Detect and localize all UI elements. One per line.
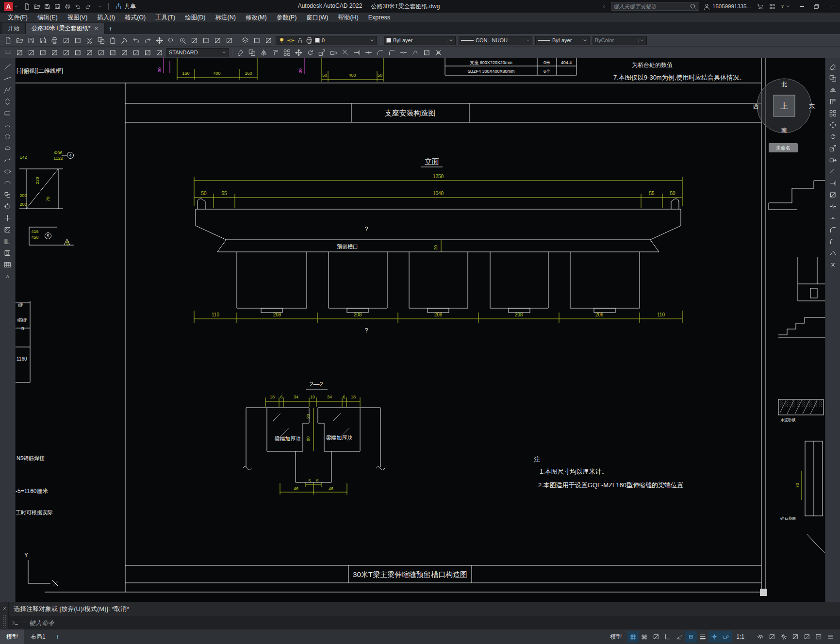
dim-angular-button[interactable]: [72, 48, 83, 58]
offset-button[interactable]: [826, 96, 839, 107]
collapse-search-button[interactable]: [599, 1, 609, 11]
revision-cloud-button[interactable]: [1, 143, 14, 153]
trim-button[interactable]: [826, 166, 839, 177]
gradient-button[interactable]: [1, 236, 14, 247]
explode-button[interactable]: [432, 48, 444, 58]
stretch-button[interactable]: [826, 154, 839, 165]
ellipse-arc-button[interactable]: [1, 178, 14, 188]
undo-button[interactable]: [73, 1, 83, 11]
new-button[interactable]: [2, 35, 14, 46]
polygon-button[interactable]: [1, 96, 14, 107]
construction-line-button[interactable]: [1, 73, 14, 83]
chamfer-button[interactable]: [374, 48, 386, 58]
tab-start[interactable]: 开始: [2, 23, 26, 34]
tab-document[interactable]: 公路30米T梁全套图纸* ✕: [26, 23, 105, 34]
spline-button[interactable]: [1, 154, 14, 165]
rotate-button[interactable]: [826, 131, 839, 142]
move-button[interactable]: [826, 119, 839, 130]
autoscale-button[interactable]: [766, 631, 778, 643]
rotate-button[interactable]: [304, 48, 316, 58]
mirror-button[interactable]: [258, 48, 269, 58]
explode-button[interactable]: [826, 259, 839, 270]
annotation-scale-button[interactable]: 1:1: [732, 633, 754, 640]
grid-button[interactable]: [627, 631, 639, 643]
zoom-previous-button[interactable]: [188, 35, 200, 46]
erase-button[interactable]: [826, 61, 839, 72]
arc-button[interactable]: [1, 119, 14, 130]
share-button[interactable]: 共享: [112, 2, 139, 11]
text-style-select[interactable]: STANDARD: [166, 48, 229, 57]
offset-button[interactable]: [269, 48, 281, 58]
menu-item[interactable]: 视图(V): [63, 13, 93, 22]
insert-block-button[interactable]: [1, 189, 14, 200]
trim-button[interactable]: [339, 48, 351, 58]
publish-button[interactable]: [72, 35, 83, 46]
apps-button[interactable]: [767, 1, 777, 11]
extend-button[interactable]: [351, 48, 362, 58]
qat-customize-button[interactable]: [95, 1, 105, 11]
plot-button[interactable]: [63, 1, 73, 11]
center-mark-button[interactable]: [153, 48, 165, 58]
search-box[interactable]: [611, 2, 699, 11]
quick-dimension-button[interactable]: [83, 48, 95, 58]
break-button[interactable]: [362, 48, 374, 58]
save-as-button[interactable]: [37, 35, 49, 46]
redo-button[interactable]: [83, 1, 93, 11]
undo-button[interactable]: [130, 35, 142, 46]
layer-properties-button[interactable]: [239, 35, 251, 46]
workspace-button[interactable]: [778, 631, 790, 643]
scale-button[interactable]: [826, 143, 839, 153]
app-menu-button[interactable]: A: [2, 2, 20, 11]
menu-item[interactable]: 编辑(E): [33, 13, 63, 22]
layout1-tab[interactable]: 布局1: [24, 629, 52, 644]
menu-item[interactable]: 标注(N): [211, 13, 241, 22]
menu-item[interactable]: 格式(O): [120, 13, 150, 22]
blend-button[interactable]: [826, 248, 839, 258]
copy-button[interactable]: [246, 48, 258, 58]
help-button[interactable]: ?: [779, 1, 790, 11]
blend-button[interactable]: [409, 48, 421, 58]
cut-button[interactable]: [83, 35, 95, 46]
menu-item[interactable]: 窗口(W): [301, 13, 333, 22]
ellipse-button[interactable]: [1, 166, 14, 177]
erase-button[interactable]: [234, 48, 246, 58]
menu-item[interactable]: 参数(P): [272, 13, 302, 22]
lineweight-button[interactable]: [697, 631, 708, 643]
tolerance-button[interactable]: [142, 48, 153, 58]
menu-item[interactable]: Express: [363, 13, 395, 22]
menu-item[interactable]: 插入(I): [92, 13, 120, 22]
plotstyle-select[interactable]: ByColor: [593, 36, 647, 45]
view-name-chip[interactable]: 未命名: [769, 143, 798, 152]
maximize-button[interactable]: [809, 0, 824, 13]
viewport-controls[interactable]: [-][俯视][二维线框]: [16, 67, 63, 74]
fillet-button[interactable]: [826, 236, 839, 247]
new-layout-button[interactable]: +: [52, 629, 64, 644]
design-center-button[interactable]: [212, 35, 223, 46]
minimize-button[interactable]: [794, 0, 809, 13]
layer-isolate-button[interactable]: [263, 35, 274, 46]
extend-button[interactable]: [826, 178, 839, 188]
scale-button[interactable]: [316, 48, 328, 58]
array-button[interactable]: [281, 48, 293, 58]
command-grip[interactable]: [3, 615, 6, 627]
zoom-window-button[interactable]: [177, 35, 188, 46]
chamfer-button[interactable]: [826, 224, 839, 235]
dim-baseline-button[interactable]: [95, 48, 107, 58]
properties-button[interactable]: [200, 35, 212, 46]
mirror-button[interactable]: [826, 84, 839, 95]
menu-item[interactable]: 帮助(H): [333, 13, 363, 22]
model-space-button[interactable]: 模型: [605, 633, 626, 641]
command-prompt-icon[interactable]: [12, 619, 19, 627]
match-properties-button[interactable]: [118, 35, 130, 46]
new-tab-button[interactable]: +: [105, 23, 116, 34]
save-button[interactable]: [42, 1, 52, 11]
store-button[interactable]: [755, 1, 765, 11]
lineweight-select[interactable]: ByLayer: [535, 36, 590, 45]
ortho-button[interactable]: [662, 631, 674, 643]
linetype-select[interactable]: CON...NUOU: [459, 36, 532, 45]
close-button[interactable]: [824, 0, 838, 13]
dim-ordinate-button[interactable]: [37, 48, 49, 58]
search-input[interactable]: [613, 3, 690, 9]
align-button[interactable]: [421, 48, 432, 58]
copy-button[interactable]: [95, 35, 107, 46]
